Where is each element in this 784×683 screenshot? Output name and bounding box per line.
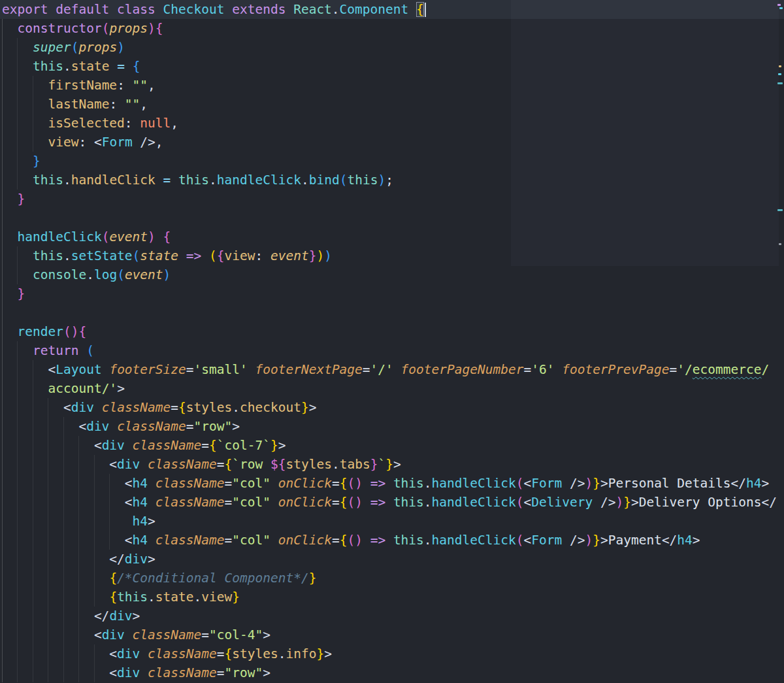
code-line[interactable]: constructor(props){ (0, 19, 784, 38)
code-token: { (217, 248, 225, 263)
code-token: = (217, 646, 225, 661)
code-line[interactable]: this.handleClick = this.handleClick.bind… (0, 171, 784, 190)
indent-guide (33, 663, 33, 682)
minimap-mark (777, 209, 783, 211)
code-token: } (232, 590, 240, 605)
code-token: = (225, 476, 233, 491)
code-line[interactable] (0, 303, 784, 322)
minimap[interactable] (777, 0, 784, 683)
code-line[interactable]: export default class Checkout extends Re… (0, 0, 784, 19)
code-token: . (424, 495, 432, 510)
code-token: "" (125, 97, 140, 112)
code-token: isSelected (48, 116, 124, 131)
code-line[interactable]: } (0, 284, 784, 303)
code-token: className (102, 400, 171, 415)
code-token: = (670, 362, 678, 377)
code-line[interactable]: handleClick(event) { (0, 227, 784, 246)
code-area[interactable]: export default class Checkout extends Re… (0, 0, 784, 682)
code-token: } (270, 438, 278, 453)
code-token (270, 533, 278, 548)
code-token (148, 476, 155, 491)
code-token: ( (117, 267, 125, 282)
code-line[interactable]: this.state = { (0, 57, 784, 76)
code-line[interactable]: } (0, 152, 784, 171)
code-line[interactable]: <Layout footerSize='small' footerNextPag… (0, 360, 784, 379)
code-token: /*Conditional Component*/ (117, 571, 309, 586)
code-token: this (347, 173, 378, 188)
indent-guide (17, 550, 18, 569)
code-token: className (148, 457, 217, 472)
code-line[interactable]: <div className="row"> (0, 417, 784, 436)
code-token: = (201, 438, 209, 453)
code-line[interactable]: super(props) (0, 38, 784, 57)
code-token: "col" (232, 476, 270, 491)
code-line[interactable]: this.setState(state => ({view: event})) (0, 246, 784, 265)
code-line[interactable]: <div className={`row ${styles.tabs}`}> (0, 455, 784, 474)
indent-guide (17, 246, 18, 265)
code-line[interactable]: <div className={styles.info}> (0, 644, 784, 663)
code-token: props (78, 40, 117, 55)
code-token (140, 457, 148, 472)
indent-guide (33, 625, 33, 644)
indent-guide (33, 76, 33, 95)
code-line[interactable]: <div className={`col-7`}> (0, 436, 784, 455)
code-token: this (33, 59, 63, 74)
indent-guide (48, 644, 48, 663)
code-token: state (71, 59, 110, 74)
code-line[interactable]: </div> (0, 550, 784, 569)
indent-guide (94, 474, 95, 493)
indent-guide (2, 588, 3, 607)
code-line[interactable]: render(){ (0, 322, 784, 341)
code-token: { (109, 590, 117, 605)
code-line[interactable] (0, 208, 784, 227)
code-token: div (117, 457, 140, 472)
code-line[interactable]: isSelected: null, (0, 114, 784, 133)
code-line[interactable]: firstName: "", (0, 76, 784, 95)
code-line[interactable]: {this.state.view} (0, 588, 784, 607)
code-token: Layout (56, 362, 101, 377)
code-line[interactable]: view: <Form />, (0, 133, 784, 152)
code-token: . (424, 533, 432, 548)
indent-guide (2, 417, 3, 436)
code-token: ) (163, 267, 171, 282)
code-token (109, 419, 117, 434)
code-line[interactable]: console.log(event) (0, 265, 784, 284)
code-line[interactable]: <h4 className="col" onClick={() => this.… (0, 531, 784, 550)
code-token: < (2, 646, 117, 661)
indent-guide (2, 550, 3, 569)
code-line[interactable]: account/'> (0, 379, 784, 398)
indent-guide (33, 512, 33, 531)
code-line[interactable]: } (0, 190, 784, 208)
code-token: h4 (746, 476, 761, 491)
code-token: onClick (278, 495, 332, 510)
code-token: > (148, 552, 155, 567)
code-token: < (523, 533, 531, 548)
code-token (94, 400, 102, 415)
code-token: ) (324, 248, 332, 263)
code-token: React (293, 2, 332, 17)
code-line[interactable]: </div> (0, 607, 784, 625)
code-line[interactable]: <h4 className="col" onClick={() => this.… (0, 493, 784, 512)
indent-guide (63, 512, 64, 531)
indent-guide (2, 284, 3, 303)
code-line[interactable]: <h4 className="col" onClick={() => this.… (0, 474, 784, 493)
code-line[interactable]: h4> (0, 512, 784, 531)
code-token: handleClick (217, 173, 301, 188)
code-line[interactable]: lastName: "", (0, 95, 784, 114)
code-line[interactable]: <div className="col-4"> (0, 625, 784, 644)
code-line[interactable]: {/*Conditional Component*/} (0, 569, 784, 588)
code-line[interactable]: <div className="row"> (0, 663, 784, 682)
code-line[interactable]: return ( (0, 341, 784, 360)
code-token: '/' (370, 362, 393, 377)
indent-guide (17, 265, 18, 284)
indent-guide (33, 436, 33, 455)
code-token: super (33, 40, 71, 55)
code-line[interactable]: <div className={styles.checkout}> (0, 398, 784, 417)
code-token: = (186, 419, 194, 434)
code-token: ( (102, 21, 110, 36)
indent-guide (2, 133, 3, 152)
code-token: { (225, 646, 233, 661)
indent-guide (17, 663, 18, 682)
code-editor[interactable]: export default class Checkout extends Re… (0, 0, 784, 683)
code-token: export default class (2, 2, 163, 17)
